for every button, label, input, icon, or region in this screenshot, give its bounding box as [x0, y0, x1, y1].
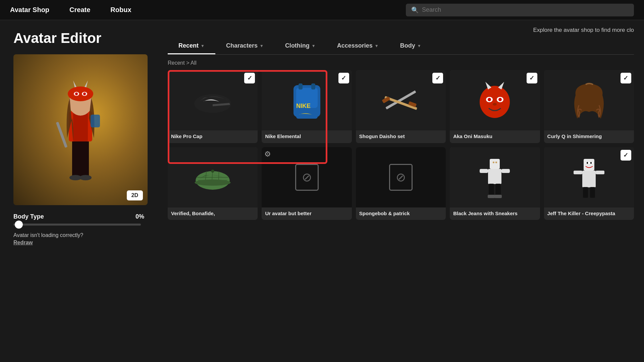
top-navigation: Avatar Shop Create Robux 🔍	[0, 0, 644, 20]
chevron-down-icon: ▼	[375, 44, 379, 48]
svg-rect-46	[501, 169, 510, 173]
body-type-section: Body Type 0%	[13, 213, 144, 226]
item-image	[356, 147, 446, 207]
avatar-error-message: Avatar isn't loading correctly?	[13, 232, 144, 238]
chevron-down-icon: ▼	[312, 44, 316, 48]
svg-point-42	[211, 169, 214, 172]
tab-clothing[interactable]: Clothing ▼	[274, 38, 326, 54]
equipped-check: ✓	[432, 73, 443, 83]
tab-recent[interactable]: Recent ▼	[168, 38, 215, 54]
item-image: ✓	[168, 70, 258, 130]
nav-avatar-shop[interactable]: Avatar Shop	[10, 6, 49, 14]
item-black-jeans-sneakers[interactable]: Black Jeans with Sneakers	[450, 147, 540, 220]
nav-robux[interactable]: Robux	[110, 6, 131, 14]
svg-rect-22	[311, 83, 315, 89]
equipped-check: ✓	[244, 73, 255, 83]
body-type-label-row: Body Type 0%	[13, 213, 144, 220]
explore-text: Explore the avatar shop to find more clo	[168, 27, 634, 34]
search-input[interactable]	[422, 6, 629, 13]
equipped-check: ✓	[621, 73, 631, 83]
svg-rect-45	[480, 169, 488, 173]
items-grid: ✓ Nike Pro Cap NIKE	[168, 70, 634, 220]
right-panel: Explore the avatar shop to find more clo…	[158, 20, 644, 362]
svg-rect-53	[582, 171, 596, 187]
item-image	[450, 147, 540, 207]
svg-rect-56	[596, 171, 604, 174]
avatar-preview: 2D	[13, 54, 148, 205]
svg-point-14	[79, 175, 92, 180]
svg-point-30	[488, 98, 491, 101]
tab-clothing-label: Clothing	[285, 42, 310, 49]
svg-rect-50	[494, 195, 502, 198]
item-name: Nike Elemental	[262, 130, 352, 143]
item-image: ✓	[544, 147, 634, 207]
tab-accessories[interactable]: Accessories ▼	[326, 38, 389, 54]
body-type-text: Body Type	[13, 213, 44, 220]
item-name: Jeff The Killer - Creepypasta	[544, 207, 634, 220]
svg-rect-54	[584, 159, 594, 171]
item-jeff-killer[interactable]: ✓ Jeff The Killer - Creepypasta	[544, 147, 634, 220]
svg-rect-2	[73, 111, 88, 141]
curly-hair-icon	[569, 78, 609, 122]
item-aka-oni-masuku[interactable]: ✓ Aka Oni Masuku	[450, 70, 540, 143]
item-name: Spongebob & patrick	[356, 207, 446, 220]
item-image	[168, 147, 258, 207]
body-type-percent: 0%	[136, 213, 144, 220]
left-panel: Avatar Editor	[0, 20, 158, 362]
tab-recent-label: Recent	[178, 42, 199, 49]
gear-icon: ⚙	[264, 150, 271, 159]
unavailable-overlay	[356, 147, 446, 207]
search-icon: 🔍	[411, 6, 419, 14]
nav-create[interactable]: Create	[69, 6, 90, 14]
svg-rect-57	[583, 187, 588, 198]
item-ur-avatar[interactable]: ⚙ Ur avatar but better	[262, 147, 352, 220]
flat-cap-icon	[193, 156, 233, 199]
unavailable-icon	[295, 164, 319, 191]
svg-point-61	[587, 162, 588, 164]
unavailable-icon	[389, 164, 413, 191]
item-image: ✓	[544, 70, 634, 130]
shogun-daisho-icon	[381, 78, 421, 122]
search-bar[interactable]: 🔍	[406, 4, 634, 16]
chevron-down-icon: ▼	[417, 44, 421, 48]
svg-point-62	[590, 162, 592, 164]
jeff-killer-icon	[569, 156, 609, 199]
item-name: Curly Q in Shimmering	[544, 130, 634, 143]
svg-rect-51	[493, 162, 494, 163]
body-type-slider[interactable]	[13, 224, 141, 226]
tab-characters-label: Characters	[226, 42, 258, 49]
svg-rect-52	[495, 162, 497, 163]
item-name: Black Jeans with Sneakers	[450, 207, 540, 220]
breadcrumb: Recent > All	[168, 60, 634, 66]
svg-rect-15	[91, 115, 100, 127]
svg-rect-19	[296, 110, 318, 119]
item-name: Ur avatar but better	[262, 207, 352, 220]
item-curly-shimmering[interactable]: ✓ Curly Q in Shimmering	[544, 70, 634, 143]
tab-body[interactable]: Body ▼	[389, 38, 432, 54]
slider-thumb[interactable]	[15, 221, 23, 229]
item-shogun-daisho[interactable]: ✓ Shogun Daisho set	[356, 70, 446, 143]
unavailable-overlay	[262, 147, 352, 207]
item-verified-bonafide[interactable]: Verified, Bonafide,	[168, 147, 258, 220]
svg-rect-58	[590, 187, 595, 198]
tab-characters[interactable]: Characters ▼	[215, 38, 274, 54]
equipped-check: ✓	[621, 150, 631, 161]
svg-point-11	[83, 93, 86, 95]
2d-button[interactable]: 2D	[127, 190, 143, 200]
svg-point-41	[195, 179, 231, 185]
tab-accessories-label: Accessories	[337, 42, 373, 49]
redraw-button[interactable]: Redraw	[13, 240, 144, 246]
item-spongebob-patrick[interactable]: Spongebob & patrick	[356, 147, 446, 220]
item-name: Verified, Bonafide,	[168, 207, 258, 220]
equipped-check: ✓	[338, 73, 349, 83]
svg-rect-49	[488, 195, 495, 198]
item-name: Nike Pro Cap	[168, 130, 258, 143]
category-tabs: Recent ▼ Characters ▼ Clothing ▼ Accesso…	[168, 38, 634, 55]
svg-point-31	[498, 98, 502, 101]
svg-rect-12	[56, 122, 68, 148]
nike-backpack-icon: NIKE	[287, 78, 327, 122]
item-nike-pro-cap[interactable]: ✓ Nike Pro Cap	[168, 70, 258, 143]
equipped-check: ✓	[527, 73, 537, 83]
item-nike-elemental[interactable]: NIKE ✓ Nike Elemental	[262, 70, 352, 143]
svg-text:NIKE: NIKE	[296, 103, 311, 109]
